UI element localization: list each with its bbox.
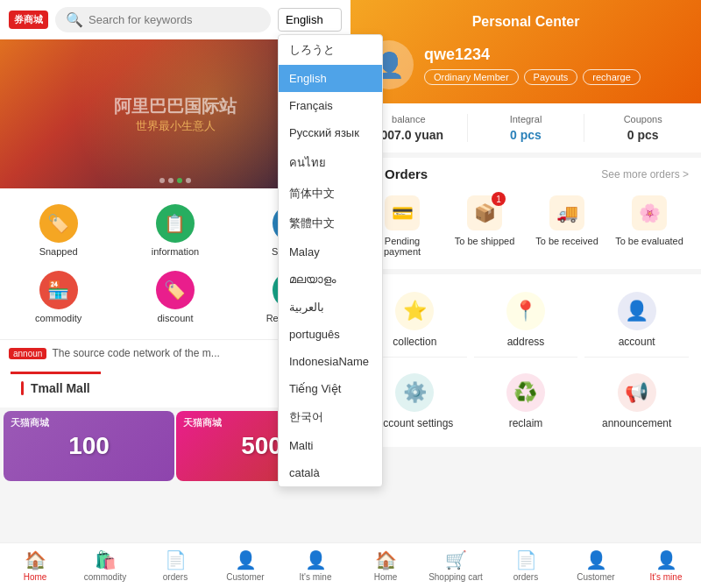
icon-circle: 📋 [156, 204, 195, 243]
lang-option[interactable]: Malti [279, 432, 382, 459]
icon-cell[interactable]: 🏪 commodity [0, 264, 117, 330]
lang-option[interactable]: 简体中文 [279, 179, 382, 209]
rnav-label: orders [513, 572, 538, 582]
pc-stat: Integral 0 pcs [468, 114, 585, 142]
nav-label: commodity [84, 572, 126, 582]
rnav-item[interactable]: 📄 orders [491, 543, 561, 588]
order-badge: 1 [492, 192, 506, 206]
shortcut-item[interactable]: 📢 announcement [584, 365, 689, 438]
lang-option[interactable]: English [279, 65, 382, 92]
order-label: Pendingpayment [384, 236, 421, 257]
icon-label: Snapped [39, 246, 78, 257]
rnav-item[interactable]: 👤 It's mine [631, 543, 701, 588]
nav-item[interactable]: 👤 Customer [210, 543, 280, 588]
rnav-item[interactable]: 👤 Customer [561, 543, 631, 588]
nav-icon: 📄 [515, 549, 537, 570]
order-item[interactable]: 🚚 To be received [528, 192, 606, 260]
rnav-label: It's mine [650, 572, 683, 582]
dot-3 [177, 178, 182, 183]
shortcut-item[interactable]: ♻️ reclaim [474, 365, 578, 438]
lang-option[interactable]: IndonesiaName [279, 348, 382, 375]
icon-cell[interactable]: 🏷️ discount [117, 264, 233, 330]
rnav-label: Home [374, 572, 398, 582]
icon-cell[interactable]: 📋 information [117, 197, 233, 264]
shortcut-label: collection [393, 336, 436, 348]
pc-badges: Ordinary MemberPayoutsrecharge [424, 69, 687, 85]
pc-badge[interactable]: Payouts [524, 69, 578, 85]
lang-dropdown[interactable]: しろうとEnglishFrançaisРусский языкคนไทย简体中文… [278, 34, 383, 487]
tmall-title: Tmall Mall [11, 372, 101, 402]
nav-item[interactable]: 👤 It's mine [280, 543, 350, 588]
lang-option[interactable]: Malay [279, 238, 382, 266]
pc-username: qwe1234 [424, 46, 687, 64]
lang-option[interactable]: Français [279, 92, 382, 119]
pc-stats: balance 9007.0 yuanIntegral 0 pcsCoupons… [350, 103, 701, 152]
pc-user-row: 👤 qwe1234 Ordinary MemberPayoutsrecharge [365, 40, 687, 89]
lang-option[interactable]: Tiếng Việt [279, 375, 382, 402]
orders-header: My Orders See more orders > [363, 166, 689, 181]
pc-badge[interactable]: Ordinary Member [424, 69, 519, 85]
orders-more[interactable]: See more orders > [601, 168, 689, 181]
lang-option[interactable]: بالعربية [279, 294, 382, 321]
order-icon: 💳 [385, 195, 420, 230]
order-icon: 🚚 [549, 195, 584, 230]
right-bottom-nav: 🏠 Home🛒 Shopping cart📄 orders👤 Customer👤… [350, 542, 701, 588]
order-label: To be shipped [455, 236, 515, 246]
search-icon: 🔍 [66, 11, 83, 28]
pc-stat-val: 0 pcs [468, 128, 584, 142]
shortcut-label: address [507, 336, 545, 348]
lang-option[interactable]: português [279, 321, 382, 348]
order-item[interactable]: 📦1 To be shipped [445, 192, 524, 260]
order-label: To be evaluated [615, 236, 683, 246]
search-bar[interactable]: 🔍 [55, 7, 271, 32]
nav-item[interactable]: 🛍️ commodity [70, 543, 140, 588]
lang-option[interactable]: മലയാളം [279, 266, 382, 294]
left-panel: 券商城 🔍 English しろうとEnglishFrançaisРусский… [0, 0, 350, 588]
lang-select-wrapper[interactable]: English しろうとEnglishFrançaisРусский языкค… [278, 8, 342, 32]
icon-circle: 🏷️ [156, 271, 195, 309]
lang-option[interactable]: 한국어 [279, 402, 382, 432]
dot-2 [168, 178, 173, 183]
announcement-text: The source code network of the m... [52, 347, 219, 359]
lang-option[interactable]: คนไทย [279, 146, 382, 179]
nav-label: Home [24, 572, 47, 582]
shortcut-item[interactable]: 📍 address [474, 283, 578, 358]
shortcut-label: reclaim [509, 417, 543, 429]
dot-4 [186, 178, 191, 183]
lang-option[interactable]: 繁體中文 [279, 209, 382, 238]
nav-item[interactable]: 🏠 Home [0, 543, 70, 588]
order-icon: 📦1 [467, 195, 502, 230]
lang-option[interactable]: català [279, 459, 382, 486]
order-item[interactable]: 🌸 To be evaluated [610, 192, 689, 260]
nav-icon: 📄 [165, 549, 187, 570]
shortcut-label: Account settings [376, 417, 453, 429]
left-bottom-nav: 🏠 Home🛍️ commodity📄 orders👤 Customer👤 It… [0, 542, 350, 588]
nav-icon: 👤 [305, 549, 327, 570]
nav-label: It's mine [300, 572, 332, 582]
shortcut-label: account [619, 336, 655, 348]
lang-option[interactable]: しろうと [279, 35, 382, 65]
rnav-label: Shopping cart [428, 572, 483, 582]
tmall-banner-1[interactable]: 天猫商城 100 [4, 411, 174, 481]
shortcut-icon: 👤 [618, 292, 656, 330]
nav-icon: 👤 [585, 549, 607, 570]
rnav-item[interactable]: 🏠 Home [350, 543, 421, 588]
nav-icon: 🛒 [445, 549, 467, 570]
lang-option[interactable]: Русский язык [279, 119, 382, 146]
shortcut-item[interactable]: 👤 account [584, 283, 689, 358]
pc-stat-label: Integral [468, 114, 584, 124]
nav-item[interactable]: 📄 orders [140, 543, 210, 588]
lang-select[interactable]: English [278, 8, 342, 32]
pc-badge[interactable]: recharge [583, 69, 640, 85]
rnav-item[interactable]: 🛒 Shopping cart [421, 543, 491, 588]
shortcut-icon: ⚙️ [395, 373, 434, 412]
pc-header: Personal Center 👤 qwe1234 Ordinary Membe… [350, 0, 701, 103]
orders-grid: 💳 Pendingpayment📦1 To be shipped🚚 To be … [363, 192, 689, 260]
announ-badge: announ [9, 348, 46, 359]
icon-cell[interactable]: 🏷️ Snapped [0, 197, 117, 264]
shortcut-icon: ♻️ [506, 373, 545, 412]
logo-badge: 券商城 [9, 11, 48, 29]
left-header: 券商城 🔍 English しろうとEnglishFrançaisРусский… [0, 0, 350, 39]
search-input[interactable] [89, 13, 260, 26]
nav-icon: 🏠 [375, 549, 397, 570]
